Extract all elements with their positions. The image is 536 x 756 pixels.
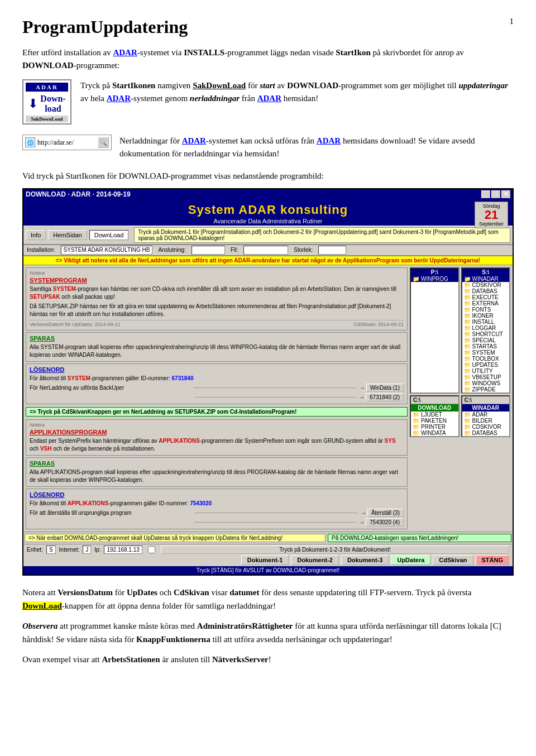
folder-icon-install: 📁 <box>464 319 471 325</box>
c-cdskivor-item[interactable]: 📁CDSKIVOR <box>462 424 510 430</box>
loggar-item[interactable]: 📁LOGGAR <box>462 325 510 331</box>
winadar-item[interactable]: 📁 WINADAR <box>462 276 510 282</box>
toolbox-item[interactable]: 📁TOOLBOX <box>462 356 510 362</box>
windows-label: WINDOWS <box>472 380 501 386</box>
arrow-symbol-3: → <box>361 510 366 516</box>
updates-item[interactable]: 📁UPDATES <box>462 362 510 368</box>
browser-search-btn[interactable]: 🔍 <box>98 137 109 148</box>
windata-btn[interactable]: WinData (1) <box>366 384 404 392</box>
arrow-dots-4 <box>194 522 356 523</box>
winprog-item[interactable]: 📁 WINPROG <box>411 276 458 282</box>
systemprogram-text2: Då SETUPSAK.ZIP hämtas ner för att göra … <box>30 303 404 318</box>
adar-link-2[interactable]: ADAR <box>107 94 131 103</box>
dokument3-button[interactable]: Dokument-3 <box>341 555 389 565</box>
folder-icon-fonts: 📁 <box>464 307 471 313</box>
externa-item[interactable]: 📁EXTERNA <box>462 300 510 307</box>
sparas-header: SPARAS <box>30 335 404 342</box>
maximize-button[interactable]: □ <box>491 190 500 198</box>
warning-bar: => Viktigt att notera vid alla de NerLad… <box>23 256 513 265</box>
bottom-para-3: Ovan exempel visar att ArbetsStationen ä… <box>22 653 514 666</box>
uppdatera-button[interactable]: UpDatera <box>391 555 430 565</box>
checkbox-field[interactable] <box>148 546 155 553</box>
id-app-btn[interactable]: 7543020 (4) <box>366 518 404 527</box>
folder-icon-startas: 📁 <box>464 343 471 350</box>
windata-folder-item[interactable]: 📁WINDATA <box>411 430 458 436</box>
startas-label: STARTAS <box>472 343 497 350</box>
c-winadar-panel: C:\ WINADAR 📁ADAR 📁BILDER 📁CDSKIVOR 📁DAT… <box>461 395 511 437</box>
c-databas-item[interactable]: 📁DATABAS <box>462 430 510 436</box>
startas-item[interactable]: 📁STARTAS <box>462 343 510 350</box>
hemsidan-button[interactable]: HemSidan <box>48 230 87 240</box>
utility-item[interactable]: 📁UTILITY <box>462 368 510 374</box>
lösenord-sys-text: För åtkomst till SYSTEM-programmen gälle… <box>30 375 404 382</box>
icon-label: SakDownLoad <box>26 116 68 122</box>
browser-description: Nerladdningar för ADAR-systemet kan ocks… <box>119 135 514 160</box>
winadar-subheader: WINADAR <box>462 404 510 412</box>
fil-label: Fil: <box>231 247 238 253</box>
anslutning-value <box>192 246 225 255</box>
minimize-button[interactable]: _ <box>481 190 490 198</box>
folder-icon-winadar: 📁 <box>464 276 471 282</box>
cdskivan-button[interactable]: CdSkivan <box>433 555 473 565</box>
windows-item[interactable]: 📁WINDOWS <box>462 380 510 386</box>
paketen-item[interactable]: 📁PAKETEN <box>411 418 458 424</box>
storlek-label: Storlek: <box>294 247 313 253</box>
folder-icon-vb6setup: 📁 <box>464 374 471 380</box>
bottom-para-1: Notera att VersionsDatum för UpDates och… <box>22 586 514 613</box>
bilder-item[interactable]: 📁BILDER <box>462 418 510 424</box>
p-drive-header: P:\ <box>411 269 458 276</box>
systemprogram-section: Notera SYSTEMPROGRAM Samtliga SYSTEM-pro… <box>26 267 408 331</box>
ljudet-item[interactable]: 📁LJUDET <box>411 412 458 418</box>
vb6setup-item[interactable]: 📁VB6SETUP <box>462 374 510 380</box>
adar-link-5[interactable]: ADAR <box>317 136 341 145</box>
shortcut-item[interactable]: 📁SHORTCUT <box>462 331 510 337</box>
folder-icon-shortcut: 📁 <box>464 331 471 337</box>
install-item[interactable]: 📁INSTALL <box>462 319 510 325</box>
special-item[interactable]: 📁SPECIAL <box>462 337 510 343</box>
återställ-btn[interactable]: Återställ (3) <box>367 509 404 517</box>
close-bar: Tryck [STÄNG] för AVSLUT av DOWNLOAD-pro… <box>23 566 513 575</box>
dokument-btn[interactable]: Tryck på Dokument-1-2-3 för AdarDokument… <box>161 546 509 554</box>
ikoner-item[interactable]: 📁IKONER <box>462 313 510 319</box>
dokument1-button[interactable]: Dokument-1 <box>241 555 289 565</box>
arrow-dots-3 <box>195 513 357 513</box>
close-button[interactable]: ✕ <box>501 190 510 198</box>
s-drive-header: S:\ <box>462 269 510 276</box>
sparas-app-header: SPARAS <box>30 460 404 467</box>
printer-item[interactable]: 📁PRINTER <box>411 424 458 430</box>
date-number: 21 <box>478 209 504 221</box>
c-drive-header: C:\ <box>411 396 458 404</box>
enhet-value: S <box>46 546 56 554</box>
execute-item[interactable]: 📁EXECUTE <box>462 294 510 300</box>
fonts-item[interactable]: 📁FONTS <box>462 307 510 313</box>
cdskivor-item[interactable]: 📁CDSKIVOR <box>462 282 510 288</box>
utility-label: UTILITY <box>472 368 493 374</box>
folder-icon-adar: 📁 <box>464 412 471 418</box>
adar-link-4[interactable]: ADAR <box>182 136 206 145</box>
databas-item[interactable]: 📁DATABAS <box>462 288 510 294</box>
id-btn[interactable]: 6731840 (2) <box>366 393 404 401</box>
stäng-button[interactable]: STÄNG <box>476 555 510 565</box>
system-item[interactable]: 📁SYSTEM <box>462 350 510 356</box>
window-controls: _ □ ✕ <box>481 190 510 198</box>
updates-label: UPDATES <box>472 362 499 368</box>
återställ-label: För att återställa till ursprungliga pro… <box>30 510 192 516</box>
section-before-screenshot: Vid tryck på StartIkonen för DOWNLOAD-pr… <box>22 170 514 183</box>
adar-link-3[interactable]: ADAR <box>257 94 281 103</box>
dokument2-button[interactable]: Dokument-2 <box>291 555 339 565</box>
adar-folder-item[interactable]: 📁ADAR <box>462 412 510 418</box>
zippade-item[interactable]: 📁ZIPPADE <box>462 386 510 393</box>
folder-icon-c-cdskivor: 📁 <box>464 424 471 430</box>
adar-link-1[interactable]: ADAR <box>113 48 137 57</box>
systemprogram-text1: Samtliga SYSTEM-program kan hämtas ner s… <box>30 285 404 301</box>
info-button[interactable]: Info <box>26 230 46 240</box>
internet-value: J <box>83 546 91 554</box>
lösenord-app-text: För åtkomst till APPLIKATIONS-programmen… <box>30 500 404 508</box>
ip-label: Ip: <box>94 547 100 553</box>
s-drive-panel: S:\ 📁 WINADAR 📁CDSKIVOR 📁DATABAS 📁EXECUT… <box>461 267 511 394</box>
download-button[interactable]: DownLoad <box>89 230 129 240</box>
lösenord-sys-section: LÖSENORD För åtkomst till SYSTEM-program… <box>26 363 408 404</box>
folder-icon-system: 📁 <box>464 350 471 356</box>
folder-icon-bilder: 📁 <box>464 418 471 424</box>
folder-icon-printer: 📁 <box>413 424 419 430</box>
